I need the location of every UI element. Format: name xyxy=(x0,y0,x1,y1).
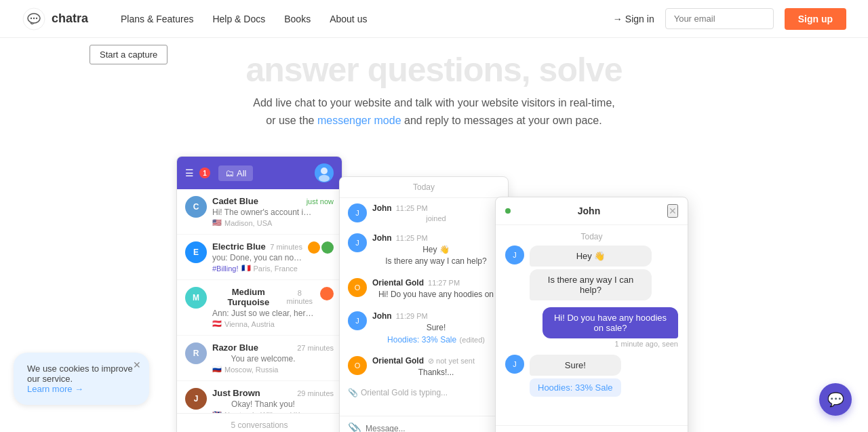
mid-msg-john-joined: J John 11:25 PM joined xyxy=(340,198,508,228)
conv-body-medium-turquoise: Medium Turquoise 8 minutes Ann: Just so … xyxy=(212,287,315,328)
all-filter[interactable]: 🗂 All xyxy=(218,165,253,181)
subtitle-line2: or use the xyxy=(266,115,314,126)
conv-body-electric-blue: Electric Blue 7 minutes you: Done, you c… xyxy=(212,241,302,273)
conv-name-medium-turquoise: Medium Turquoise xyxy=(212,287,285,307)
conv-preview-electric-blue: you: Done, you can now lo... xyxy=(212,253,302,262)
conv-time-just-brown: 29 minutes xyxy=(297,389,334,397)
mid-message-input[interactable] xyxy=(366,424,500,432)
sign-in-label: Sign in xyxy=(625,14,654,24)
right-chat-name: John xyxy=(515,205,663,216)
right-chat-panel: John ✕ Today J Hey 👋 Is there any way I … xyxy=(495,197,688,432)
right-bubble-hey: Hey 👋 Is there any way I can help? xyxy=(530,246,652,300)
nav-help-docs[interactable]: Help & Docs xyxy=(212,14,265,24)
conv-time-razor-blue: 27 minutes xyxy=(297,344,334,352)
mid-msg-oriental-gold-1: O Oriental Gold 11:27 PM Hi! Do you have… xyxy=(340,273,508,306)
typing-indicator: 📎 Oriental Gold is typing... xyxy=(340,384,508,401)
mid-msg-john-sure: J John 11:29 PM Sure! Hoodies: 33% Sale … xyxy=(340,306,508,351)
svg-point-2 xyxy=(31,17,32,18)
mid-av-john-1: J xyxy=(348,203,367,222)
subtitle-line3: and reply to messages at your own pace. xyxy=(404,115,602,126)
conv-header: ☰ 1 🗂 All xyxy=(177,157,342,189)
conv-meta-electric-blue: #Billing! 🇫🇷 Paris, France xyxy=(212,264,302,273)
capture-button[interactable]: Start a capture xyxy=(90,45,167,64)
mid-msg-john-hey: J John 11:25 PM Hey 👋 Is there any way I… xyxy=(340,228,508,273)
right-bubble-sure: Sure! Hoodies: 33% Sale xyxy=(530,355,621,397)
nav-right: → Sign in Sign up xyxy=(613,8,846,30)
chat-widget-icon: 💬 xyxy=(827,391,844,408)
mid-chat-panel: Today J John 11:25 PM joined J xyxy=(339,176,509,432)
inbox-icon: 🗂 xyxy=(225,168,234,178)
mid-body-john-2: John 11:25 PM Hey 👋 Is there any way I c… xyxy=(372,233,500,267)
conv-avatar-razor-blue: R xyxy=(185,342,207,364)
attach-icon-input: 📎 xyxy=(348,422,361,432)
signup-button[interactable]: Sign up xyxy=(785,8,846,30)
conv-body-razor-blue: Razor Blue 27 minutes You are welcome. 🇷… xyxy=(212,342,334,374)
conv-item-medium-turquoise[interactable]: M Medium Turquoise 8 minutes Ann: Just s… xyxy=(177,280,342,336)
menu-icon: ☰ xyxy=(185,168,194,178)
svg-point-3 xyxy=(33,17,35,18)
conv-meta-razor-blue: 🇷🇺 Moscow, Russia xyxy=(212,365,334,374)
svg-point-6 xyxy=(319,175,330,182)
conv-item-electric-blue[interactable]: E Electric Blue 7 minutes you: Done, you… xyxy=(177,235,342,280)
sign-in-arrow-icon: → xyxy=(613,14,623,24)
logo[interactable]: chatra xyxy=(22,7,88,31)
cookie-close-button[interactable]: ✕ xyxy=(133,359,141,370)
right-msg-sure: J Sure! Hoodies: 33% Sale xyxy=(505,355,678,397)
conv-time-cadet-blue: just now xyxy=(307,197,334,205)
nav-books[interactable]: Books xyxy=(284,14,311,24)
sign-in-link[interactable]: → Sign in xyxy=(613,14,654,24)
conv-avatar-cadet-blue: C xyxy=(185,196,207,218)
right-chat-header: John ✕ xyxy=(496,197,688,225)
mid-av-oriental-2: O xyxy=(348,356,367,375)
mid-date-header: Today xyxy=(340,177,508,198)
conv-preview-cadet-blue: Hi! The owner's account is not in... xyxy=(212,208,314,217)
mid-msg-oriental-gold-2: O Oriental Gold ⊘ not yet sent Thanks!..… xyxy=(340,351,508,384)
mid-body-john-1: John 11:25 PM joined xyxy=(372,203,500,222)
conv-avatar-medium-turquoise: M xyxy=(185,287,207,309)
conv-time-medium-turquoise: 8 minutes xyxy=(285,289,315,305)
conv-name-razor-blue: Razor Blue xyxy=(212,342,258,353)
svg-point-5 xyxy=(321,168,328,174)
cookie-learn-more-link[interactable]: Learn more → xyxy=(27,384,83,394)
close-chat-button[interactable]: ✕ xyxy=(667,204,678,218)
conv-body-cadet-blue: Cadet Blue just now Hi! The owner's acco… xyxy=(212,196,334,227)
mid-av-john-2: J xyxy=(348,233,367,252)
online-status-dot xyxy=(505,208,511,214)
conv-time-electric-blue: 7 minutes xyxy=(270,243,302,251)
conv-name-cadet-blue: Cadet Blue xyxy=(212,196,258,206)
right-msg-hey: J Hey 👋 Is there any way I can help? xyxy=(505,246,678,300)
messenger-mode-link[interactable]: messenger mode xyxy=(317,115,401,126)
notification-badge: 1 xyxy=(199,168,210,178)
conv-name-electric-blue: Electric Blue xyxy=(212,241,266,252)
header-avatar xyxy=(315,163,334,182)
subtitle-line1: Add live chat to your website and talk w… xyxy=(253,97,615,109)
mid-body-john-3: John 11:29 PM Sure! Hoodies: 33% Sale (e… xyxy=(372,311,500,346)
logo-text: chatra xyxy=(52,12,88,26)
right-date-label: Today xyxy=(505,225,678,246)
right-av-john-1: J xyxy=(505,246,524,264)
conv-item-cadet-blue[interactable]: C Cadet Blue just now Hi! The owner's ac… xyxy=(177,189,342,235)
hero-subtitle: Add live chat to your website and talk w… xyxy=(14,94,854,129)
all-label-text: All xyxy=(237,168,246,178)
nav-about-us[interactable]: About us xyxy=(330,14,367,24)
conversation-panel: ☰ 1 🗂 All C Cadet Blue xyxy=(176,156,342,432)
email-input[interactable] xyxy=(665,8,774,29)
cookie-text: We use cookies to improve our service. xyxy=(27,364,133,384)
navbar: chatra Plans & Features Help & Docs Book… xyxy=(0,0,868,38)
conversations-count: 5 conversations xyxy=(177,413,342,432)
mid-body-oriental-1: Oriental Gold 11:27 PM Hi! Do you have a… xyxy=(372,278,500,300)
nav-links: Plans & Features Help & Docs Books About… xyxy=(121,14,613,24)
mid-av-john-3: J xyxy=(348,311,367,330)
conv-preview-medium-turquoise: Ann: Just so we clear, here is ... xyxy=(212,309,314,318)
hoodies-link-mid[interactable]: Hoodies: 33% Sale xyxy=(387,335,456,345)
svg-point-4 xyxy=(36,17,37,18)
conv-avatar-just-brown: J xyxy=(185,388,207,410)
right-msg-meta: 1 minute ago, seen xyxy=(614,340,678,348)
conv-item-razor-blue[interactable]: R Razor Blue 27 minutes You are welcome.… xyxy=(177,336,342,381)
conv-avatar-electric-blue: E xyxy=(185,241,207,263)
hoodies-sale-link[interactable]: Hoodies: 33% Sale xyxy=(530,378,621,397)
conv-preview-just-brown: Okay! Thank you! xyxy=(212,399,314,409)
nav-plans-features[interactable]: Plans & Features xyxy=(121,14,193,24)
conv-agent-turquoise xyxy=(320,287,334,300)
chat-widget-button[interactable]: 💬 xyxy=(819,383,852,416)
